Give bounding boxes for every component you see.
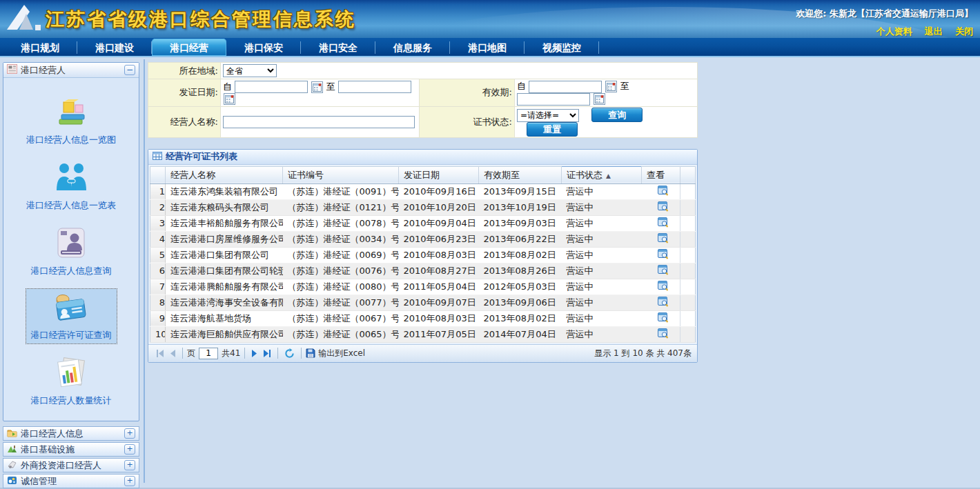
reset-button[interactable]: 重置 bbox=[527, 122, 578, 137]
pagination-bar: 页 共41 输出到Excel 显示 1 到 bbox=[148, 344, 697, 362]
view-detail-button[interactable] bbox=[642, 199, 680, 215]
validity-to-input[interactable] bbox=[517, 93, 590, 106]
view-magnifier-icon bbox=[658, 297, 669, 307]
news-form-icon bbox=[7, 64, 17, 76]
cell-issue-date: 2010年06月23日 bbox=[399, 231, 479, 247]
last-page-button[interactable] bbox=[262, 350, 271, 357]
table-row[interactable]: 6 连云港港口集团有限公司轮驳... （苏连）港经证（0076）号 2010年0… bbox=[150, 263, 696, 279]
tab-port-planning[interactable]: 港口规划 bbox=[3, 38, 77, 56]
table-row[interactable]: 10 连云港海巨船舶供应有限公司 （苏连）港经证（0065）号 2011年07月… bbox=[150, 326, 696, 342]
region-select[interactable]: 全省 bbox=[223, 64, 277, 77]
tab-info-service[interactable]: 信息服务 bbox=[375, 38, 450, 56]
scrollbar-gutter bbox=[680, 215, 696, 231]
table-row[interactable]: 7 连云港港腾船舶服务有限公司 （苏连）港经证（0080）号 2011年05月0… bbox=[150, 279, 696, 295]
cert-table-body: 1 连云港东鸿集装箱有限公司 （苏连）港经证（0091）号 2010年09月16… bbox=[150, 183, 696, 342]
calendar-icon[interactable] bbox=[224, 93, 235, 105]
view-detail-button[interactable] bbox=[642, 310, 680, 326]
cell-valid-until: 2012年05月03日 bbox=[479, 279, 562, 295]
cell-operator-name: 连云港港口集团有限公司 bbox=[166, 247, 283, 263]
cell-status: 营运中 bbox=[562, 247, 642, 263]
next-page-button[interactable] bbox=[251, 350, 258, 357]
cell-operator-name: 连云港丰裕船舶服务有限公司 bbox=[166, 215, 283, 231]
sidebar-item-integrity-management[interactable]: 诚信管理 + bbox=[3, 474, 139, 488]
table-row[interactable]: 9 连云港海航基地货场 （苏连）港经证（0067）号 2010年08月03日 2… bbox=[150, 310, 696, 326]
scrollbar-gutter bbox=[680, 295, 696, 310]
logout-link[interactable]: 退出 bbox=[925, 26, 943, 37]
profile-link[interactable]: 个人资料 bbox=[876, 26, 912, 37]
tab-port-operation[interactable]: 港口经营 bbox=[152, 39, 226, 56]
row-index: 3 bbox=[150, 215, 166, 231]
cell-valid-until: 2013年08月02日 bbox=[479, 247, 562, 263]
foreign-investor-icon bbox=[7, 460, 17, 471]
page-number-input[interactable] bbox=[199, 348, 218, 359]
table-row[interactable]: 1 连云港东鸿集装箱有限公司 （苏连）港经证（0091）号 2010年09月16… bbox=[150, 183, 696, 199]
cert-status-select[interactable]: =请选择= bbox=[517, 109, 579, 122]
table-row[interactable]: 4 连云港港口房屋维修服务公司 （苏连）港经证（0034）号 2010年06月2… bbox=[150, 231, 696, 247]
table-row[interactable]: 3 连云港丰裕船舶服务有限公司 （苏连）港经证（0078）号 2010年09月0… bbox=[150, 215, 696, 231]
col-view[interactable]: 查看 bbox=[642, 166, 680, 183]
table-row[interactable]: 2 连云港东粮码头有限公司 （苏连）港经证（0121）号 2010年10月20日… bbox=[150, 199, 696, 215]
close-link[interactable]: 关闭 bbox=[955, 26, 973, 37]
collapse-panel-button[interactable]: − bbox=[124, 65, 135, 75]
cell-valid-until: 2014年07月04日 bbox=[479, 326, 562, 342]
issue-date-to-input[interactable] bbox=[338, 81, 411, 93]
header-links: 个人资料 退出 关闭 bbox=[867, 26, 973, 38]
tab-port-safety[interactable]: 港口安全 bbox=[301, 38, 375, 56]
total-pages: 共41 bbox=[222, 348, 240, 359]
expand-icon[interactable]: + bbox=[124, 476, 135, 486]
expand-icon[interactable]: + bbox=[124, 460, 135, 470]
sidebar-item-operator-statistics[interactable]: 港口经营人数量统计 bbox=[3, 346, 139, 411]
view-detail-button[interactable] bbox=[642, 263, 680, 279]
view-detail-button[interactable] bbox=[642, 247, 680, 263]
tab-port-construction[interactable]: 港口建设 bbox=[77, 38, 152, 56]
view-magnifier-icon bbox=[658, 281, 669, 291]
cert-table: 经营人名称 证书编号 发证日期 有效期至 证书状态▲ 查看 1 连云港东鸿集装箱… bbox=[150, 166, 696, 343]
tab-port-security[interactable]: 港口保安 bbox=[226, 38, 301, 56]
expand-icon[interactable]: + bbox=[124, 428, 135, 439]
sidebar-item-operator-info[interactable]: 港口经营人信息 + bbox=[3, 426, 139, 441]
sidebar-item-foreign-investors[interactable]: 外商投资港口经营人 + bbox=[3, 458, 139, 472]
sidebar-item-port-infrastructure[interactable]: 港口基础设施 + bbox=[3, 442, 139, 457]
export-excel-button[interactable]: 输出到Excel bbox=[306, 348, 365, 359]
validity-label: 有效期: bbox=[420, 79, 515, 107]
sidebar-item-operator-overview-table[interactable]: 港口经营人信息一览表 bbox=[3, 150, 139, 216]
expand-icon[interactable]: + bbox=[124, 444, 135, 455]
table-row[interactable]: 8 连云港港湾海事安全设备有限... （苏连）港经证（0077）号 2010年0… bbox=[150, 295, 696, 310]
col-cert-no[interactable]: 证书编号 bbox=[283, 166, 399, 183]
view-detail-button[interactable] bbox=[642, 326, 680, 342]
sidebar-panel-header: 港口经营人 − bbox=[3, 63, 139, 78]
col-operator-name[interactable]: 经营人名称 bbox=[166, 166, 283, 183]
first-page-button[interactable] bbox=[156, 350, 165, 357]
sidebar-item-operator-info-query[interactable]: 港口经营人信息查询 bbox=[3, 216, 139, 281]
cell-issue-date: 2010年10月20日 bbox=[399, 199, 479, 215]
sidebar-item-license-query[interactable]: 港口经营许可证查询 bbox=[3, 281, 139, 346]
col-cert-status[interactable]: 证书状态▲ bbox=[562, 166, 642, 183]
accordion-label: 诚信管理 bbox=[21, 475, 57, 488]
sidebar-item-operator-overview-chart[interactable]: 港口经营人信息一览图 bbox=[3, 85, 139, 150]
view-detail-button[interactable] bbox=[642, 215, 680, 231]
issue-date-from-input[interactable] bbox=[235, 81, 308, 93]
view-detail-button[interactable] bbox=[642, 279, 680, 295]
validity-from-input[interactable] bbox=[529, 81, 602, 93]
calendar-icon[interactable] bbox=[311, 81, 323, 93]
view-detail-button[interactable] bbox=[642, 295, 680, 310]
refresh-icon[interactable] bbox=[284, 348, 295, 359]
prev-page-button[interactable] bbox=[169, 350, 176, 357]
view-detail-button[interactable] bbox=[642, 231, 680, 247]
search-button[interactable]: 查询 bbox=[591, 108, 643, 122]
col-issue-date[interactable]: 发证日期 bbox=[399, 166, 479, 183]
calendar-icon[interactable] bbox=[594, 93, 605, 105]
view-detail-button[interactable] bbox=[642, 183, 680, 199]
table-row[interactable]: 5 连云港港口集团有限公司 （苏连）港经证（0069）号 2010年08月03日… bbox=[150, 247, 696, 263]
calendar-icon[interactable] bbox=[605, 81, 617, 92]
cell-issue-date: 2011年07月05日 bbox=[399, 326, 479, 342]
tab-video-monitor[interactable]: 视频监控 bbox=[525, 38, 599, 56]
sidebar-item-label: 港口经营人信息一览图 bbox=[26, 134, 116, 146]
col-valid-until[interactable]: 有效期至 bbox=[479, 166, 562, 183]
table-header-row: 经营人名称 证书编号 发证日期 有效期至 证书状态▲ 查看 bbox=[150, 166, 696, 183]
sidebar-item-label: 港口经营人信息查询 bbox=[31, 265, 112, 277]
view-magnifier-icon bbox=[658, 233, 669, 243]
tab-port-map[interactable]: 港口地图 bbox=[450, 38, 525, 56]
operator-name-input[interactable] bbox=[223, 116, 415, 128]
row-index: 5 bbox=[150, 247, 166, 263]
